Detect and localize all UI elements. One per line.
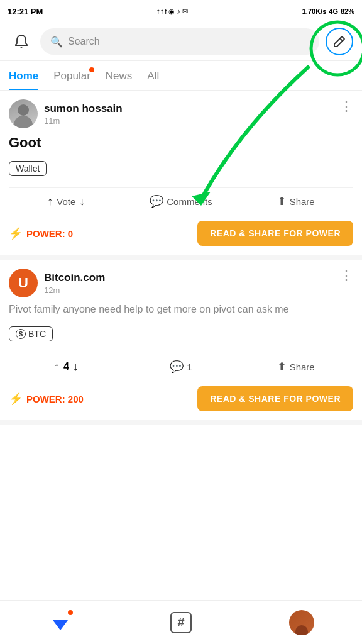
post-body-2: Pivot family anyone need help to get mor… (9, 303, 353, 316)
tabs: Home Popular News All (0, 61, 362, 91)
share-label-2: Share (290, 362, 315, 372)
vote-group-1: ↑ Vote ↓ (9, 195, 124, 208)
share-button-1[interactable]: ⬆ Share (238, 194, 353, 208)
avatar-1 (9, 99, 38, 128)
post-actions-1: ↑ Vote ↓ 💬 Comments ⬆ Share (9, 187, 353, 214)
post-tag-1[interactable]: Wallet (9, 161, 47, 176)
avatar-2: U (9, 269, 38, 297)
music-icon: ♪ (177, 8, 180, 15)
more-options-2[interactable]: ⋮ (339, 269, 353, 282)
downvote-icon-1[interactable]: ↓ (79, 195, 85, 208)
popular-dot (89, 67, 94, 72)
tag-circle-icon: S (16, 329, 26, 339)
power-button-2[interactable]: READ & SHARE FOR POWER (197, 386, 353, 411)
nav-explore[interactable]: # (162, 604, 200, 641)
post-card-2: U Bitcoin.com 12m ⋮ Pivot family anyone … (0, 260, 362, 425)
post-header-2: U Bitcoin.com 12m ⋮ (9, 269, 353, 297)
mail-icon: ✉ (182, 8, 188, 16)
comment-icon-1: 💬 (150, 194, 163, 208)
bottom-nav: # (0, 600, 362, 644)
post-card-1: sumon hossain 11m ⋮ Goot Wallet ↑ Vote ↓… (0, 91, 362, 260)
share-label-1: Share (290, 196, 315, 207)
search-placeholder: Search (68, 36, 100, 47)
main-content: sumon hossain 11m ⋮ Goot Wallet ↑ Vote ↓… (0, 91, 362, 475)
post-actions-2: ↑ 4 ↓ 💬 1 ⬆ Share (9, 353, 353, 380)
edit-button[interactable] (326, 28, 353, 55)
tag-label-2: BTC (28, 329, 46, 339)
bolt-icon-2: ⚡ (9, 392, 23, 406)
post-time-2: 12m (44, 286, 105, 295)
post-title-1: Goot (9, 135, 353, 151)
hash-icon: # (170, 612, 192, 633)
user-name-1: sumon hossain (44, 103, 123, 115)
tab-popular[interactable]: Popular (53, 61, 90, 90)
post-time-1: 11m (44, 116, 123, 126)
search-icon: 🔍 (50, 36, 63, 48)
power-row-2: ⚡ POWER: 200 READ & SHARE FOR POWER (9, 380, 353, 420)
battery-level: 82% (341, 8, 354, 15)
svg-line-0 (340, 38, 343, 41)
power-label-1: ⚡ POWER: 0 (9, 226, 73, 240)
header: 🔍 Search (0, 23, 362, 61)
status-icons: f f f ◉ ♪ ✉ (157, 8, 188, 16)
fb-icon-2: f (161, 8, 163, 15)
tab-all[interactable]: All (147, 61, 159, 90)
vote-label-1: Vote (57, 196, 75, 207)
comments-label-1: Comments (167, 196, 212, 207)
status-right: 1.70K/s 4G 82% (302, 8, 354, 15)
app-root: 12:21 PM f f f ◉ ♪ ✉ 1.70K/s 4G 82% 🔍 Se… (0, 0, 362, 475)
post-user-1: sumon hossain 11m (9, 99, 123, 128)
post-header-1: sumon hossain 11m ⋮ (9, 99, 353, 128)
vote-count-2: 4 (63, 361, 69, 372)
vote-group-2: ↑ 4 ↓ (9, 360, 124, 374)
downvote-icon-2[interactable]: ↓ (73, 360, 79, 374)
network-type: 4G (329, 8, 338, 15)
upvote-icon-2[interactable]: ↑ (54, 360, 60, 374)
user-name-2: Bitcoin.com (44, 272, 105, 284)
fb-icon-1: f (157, 8, 159, 15)
share-icon-1: ⬆ (277, 194, 287, 208)
upvote-icon-1[interactable]: ↑ (47, 195, 53, 208)
status-bar: 12:21 PM f f f ◉ ♪ ✉ 1.70K/s 4G 82% (0, 0, 362, 23)
search-bar[interactable]: 🔍 Search (40, 28, 319, 55)
fb-icon-3: f (165, 8, 167, 15)
share-icon-2: ⬆ (277, 360, 287, 374)
power-row-1: ⚡ POWER: 0 READ & SHARE FOR POWER (9, 214, 353, 255)
more-options-1[interactable]: ⋮ (339, 99, 353, 113)
nav-home[interactable] (41, 604, 79, 641)
nav-home-dot (68, 610, 73, 615)
power-button-1[interactable]: READ & SHARE FOR POWER (197, 221, 353, 246)
tab-home[interactable]: Home (9, 61, 38, 90)
status-time: 12:21 PM (8, 7, 43, 16)
bolt-icon-1: ⚡ (9, 226, 23, 240)
comments-button-2[interactable]: 💬 1 (124, 360, 239, 374)
user-info-1: sumon hossain 11m (44, 103, 123, 126)
speed-indicator: 1.70K/s (302, 8, 327, 15)
comments-count-2: 1 (187, 362, 192, 372)
user-info-2: Bitcoin.com 12m (44, 272, 105, 295)
svg-marker-3 (53, 620, 68, 630)
power-label-2: ⚡ POWER: 200 (9, 392, 84, 406)
tag-label-1: Wallet (16, 164, 40, 174)
share-button-2[interactable]: ⬆ Share (238, 360, 353, 374)
profile-avatar (289, 610, 314, 635)
post-user-2: U Bitcoin.com 12m (9, 269, 105, 297)
nav-profile[interactable] (283, 604, 321, 641)
comments-button-1[interactable]: 💬 Comments (124, 194, 239, 208)
notification-button[interactable] (9, 29, 34, 54)
circle-icon: ◉ (168, 8, 175, 16)
comment-icon-2: 💬 (170, 360, 184, 374)
home-nav-icon (50, 613, 70, 633)
tab-news[interactable]: News (106, 61, 133, 90)
post-tag-2[interactable]: S BTC (9, 326, 53, 341)
